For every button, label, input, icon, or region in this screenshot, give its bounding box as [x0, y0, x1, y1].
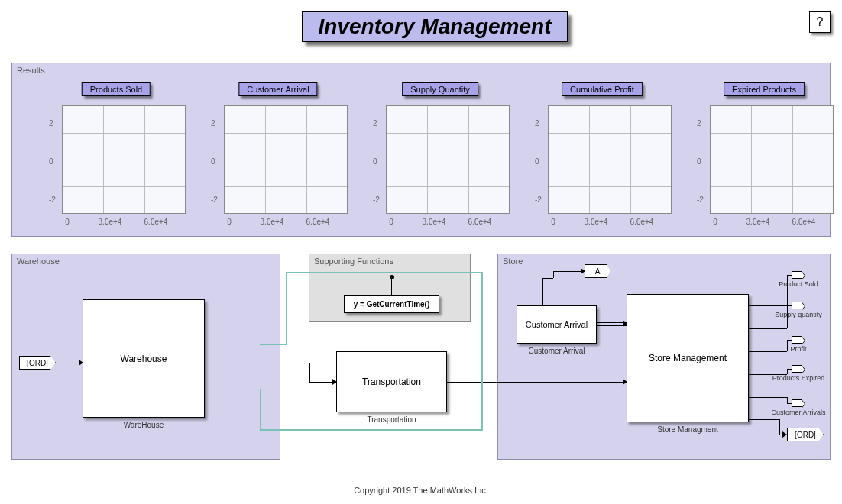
wire-wh-trans-v: [309, 363, 310, 382]
chart-axes: [710, 105, 834, 214]
goto-tag-ord[interactable]: [ORD]: [787, 428, 824, 441]
support-label: Supporting Functions: [314, 257, 393, 266]
scope-title: Customer Arrival: [238, 82, 317, 96]
scope-title: Products Sold: [82, 82, 151, 96]
store-management-caption: Store Managment: [627, 425, 749, 434]
xtick: 3.0e+4: [585, 218, 608, 226]
goto-tag-a[interactable]: A: [585, 264, 610, 278]
out-wire-ord: [749, 419, 779, 420]
wire-to-goto-a-v: [553, 271, 554, 278]
ytick: -2: [535, 195, 542, 204]
ytick: 0: [535, 157, 539, 166]
ytick: 2: [49, 119, 53, 128]
store-management-block[interactable]: Store Management: [627, 294, 749, 422]
out-wire-ord-v: [779, 419, 780, 435]
xtick: 3.0e+4: [99, 218, 122, 226]
out-wire: [749, 328, 787, 329]
outport[interactable]: [792, 399, 802, 407]
xtick: 3.0e+4: [746, 218, 770, 226]
scope-title: Expired Products: [724, 82, 805, 96]
outport[interactable]: [792, 271, 802, 279]
xtick: 6.0e+4: [306, 218, 330, 226]
scope-wire-2: [286, 272, 287, 344]
outport-label: Product Sold: [768, 280, 829, 288]
ytick: 2: [373, 119, 377, 128]
outport[interactable]: [792, 365, 802, 373]
scope-2[interactable]: Supply Quantity20-203.0e+46.0e+4: [367, 82, 513, 228]
scope-wire-3: [286, 272, 483, 273]
chart-axes: [224, 105, 348, 214]
scope-0[interactable]: Products Sold20-203.0e+46.0e+4: [43, 82, 189, 228]
wire-trans-store: [447, 382, 627, 383]
ytick: 2: [697, 119, 701, 128]
xtick: 3.0e+4: [261, 218, 284, 226]
help-button[interactable]: ?: [809, 11, 831, 33]
chart-axes: [62, 105, 186, 214]
wire-cust-up: [542, 278, 543, 305]
ytick: 0: [373, 157, 377, 166]
scope-title: Cumulative Profit: [562, 82, 643, 96]
wire-cust-up2: [542, 278, 553, 279]
scope-wire-5: [260, 429, 483, 431]
outport-label: Profit: [768, 345, 829, 353]
warehouse-panel-label: Warehouse: [17, 257, 60, 266]
function-port-icon: [390, 275, 394, 279]
arrow-goto-a: [581, 268, 585, 274]
arrow-ord-wh: [79, 360, 83, 366]
simulink-function-block[interactable]: y = GetCurrentTime(): [344, 295, 439, 313]
arrow-ord-out: [782, 431, 787, 438]
xtick: 0: [389, 218, 393, 226]
out-wire-v: [787, 397, 788, 403]
customer-arrival-block[interactable]: Customer Arrival: [517, 305, 597, 344]
scope-wire-4: [481, 272, 483, 431]
model-title: Inventory Management: [302, 11, 568, 42]
arrow-trans-store: [623, 379, 627, 385]
ytick: 2: [535, 119, 539, 128]
outport[interactable]: [792, 336, 802, 344]
xtick: 0: [713, 218, 717, 226]
transportation-block[interactable]: Transportation: [336, 351, 447, 412]
xtick: 6.0e+4: [792, 218, 816, 226]
ytick: 2: [211, 119, 215, 128]
chart-axes: [386, 105, 510, 214]
ytick: -2: [373, 195, 380, 204]
outport-label: Supply quantity: [768, 311, 829, 318]
scope-title: Supply Quantity: [402, 82, 478, 96]
warehouse-block[interactable]: Warehouse: [83, 299, 205, 418]
outport-label: Products Expired: [768, 374, 829, 382]
customer-arrival-caption: Customer Arrival: [517, 347, 597, 355]
scope-wire-6: [260, 389, 261, 431]
scope-3[interactable]: Cumulative Profit20-203.0e+46.0e+4: [529, 82, 675, 228]
out-wire-v: [787, 275, 788, 305]
copyright-text: Copyright 2019 The MathWorks Inc.: [0, 486, 842, 495]
out-wire: [749, 305, 787, 306]
xtick: 0: [227, 218, 232, 226]
chart-axes: [548, 105, 672, 214]
ytick: -2: [697, 195, 704, 204]
arrow-wh-trans: [332, 379, 337, 385]
ytick: 0: [49, 157, 53, 166]
xtick: 6.0e+4: [144, 218, 168, 226]
xtick: 3.0e+4: [423, 218, 446, 226]
ytick: 0: [211, 157, 215, 166]
xtick: 6.0e+4: [468, 218, 492, 226]
scope-4[interactable]: Expired Products20-203.0e+46.0e+4: [691, 82, 837, 228]
ytick: 0: [697, 157, 701, 166]
xtick: 0: [65, 218, 70, 226]
from-tag-ord[interactable]: [ORD]: [19, 356, 56, 370]
arrow-cust-store: [623, 321, 627, 327]
outport-label: Customer Arrivals: [768, 409, 829, 416]
ytick: -2: [211, 195, 218, 204]
scope-wire-1: [260, 344, 287, 345]
out-wire-v: [787, 369, 788, 374]
scope-1[interactable]: Customer Arrival20-203.0e+46.0e+4: [205, 82, 351, 228]
out-wire: [749, 397, 787, 398]
results-panel: Results Products Sold20-203.0e+46.0e+4Cu…: [11, 63, 831, 237]
outport[interactable]: [792, 302, 802, 309]
wire-wh-trans: [205, 363, 336, 363]
store-panel-label: Store: [503, 257, 523, 266]
results-label: Results: [17, 66, 45, 75]
wire-to-goto-a: [553, 271, 582, 272]
xtick: 6.0e+4: [630, 218, 654, 226]
warehouse-block-caption: WareHouse: [83, 421, 205, 429]
